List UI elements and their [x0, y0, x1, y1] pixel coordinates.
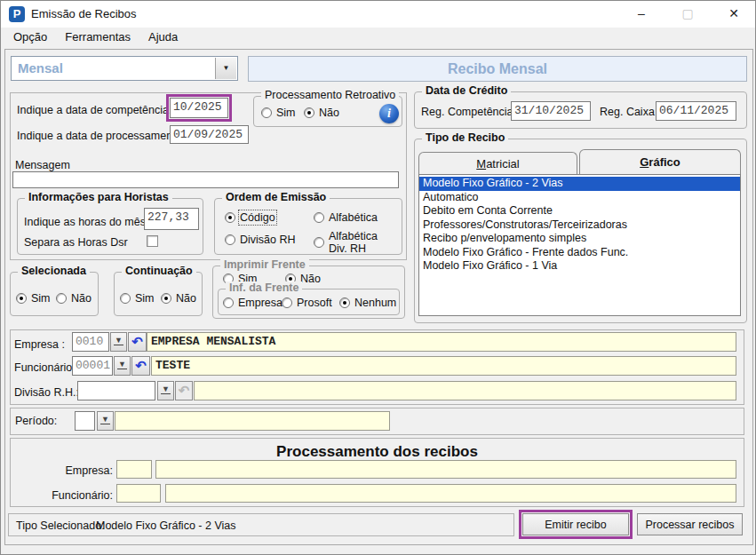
radio-label: Não — [71, 292, 92, 305]
empresa-undo-button[interactable]: ↶ — [128, 332, 147, 352]
divisao-undo-button[interactable]: ↶ — [175, 381, 193, 400]
continuacao-sim-radio[interactable]: Sim — [120, 292, 155, 305]
menu-ferramentas[interactable]: Ferramentas — [56, 28, 139, 49]
undo-icon: ↶ — [131, 334, 143, 350]
ordem-alfabetica-radio[interactable]: Alfabética — [314, 211, 378, 224]
dsr-label: Separa as Horas Dsr — [24, 236, 128, 249]
empresa-code-field[interactable]: 0010 — [72, 332, 109, 352]
radio-icon — [304, 107, 314, 118]
divisao-lookup-button[interactable]: ▼ — [157, 381, 174, 400]
radio-label: Nenhum — [354, 297, 396, 309]
dsr-checkbox[interactable] — [147, 235, 158, 247]
mensagem-label: Mensagem — [15, 159, 70, 171]
competencia-field[interactable]: 10/2025 — [170, 98, 228, 118]
proc-funcionario-name-field[interactable] — [165, 484, 736, 503]
retroativo-nao-radio[interactable]: Não — [304, 107, 339, 119]
undo-icon: ↶ — [179, 383, 190, 399]
retroativo-title: Processamento Retroativo — [261, 89, 399, 101]
title-bar: P Emissão de Recibos – ▢ ✕ — [1, 1, 755, 28]
proc-empresa-code-field[interactable] — [116, 460, 152, 479]
empresa-name-field[interactable]: EMPRESA MENSALISTA — [147, 332, 736, 352]
data-credito-title: Data de Crédito — [422, 84, 511, 97]
menu-opcao[interactable]: Opção — [4, 28, 56, 49]
selecionada-nao-radio[interactable]: Não — [56, 292, 92, 305]
funcionario-lookup-button[interactable]: ▼ — [114, 356, 131, 376]
tipo-folha-combobox[interactable]: Mensal ▼ — [11, 56, 238, 81]
info-icon[interactable]: i — [379, 104, 399, 123]
reg-competencia-label: Reg. Competência — [421, 106, 513, 118]
maximize-button[interactable]: ▢ — [672, 3, 703, 25]
close-button[interactable]: ✕ — [719, 3, 749, 25]
radio-label: Não — [300, 273, 321, 285]
reg-caixa-field[interactable]: 06/11/2025 — [656, 101, 736, 121]
inf-frente-prosoft-radio[interactable]: Prosoft — [282, 297, 332, 309]
funcionario-name-field[interactable]: TESTE — [151, 356, 736, 376]
periodo-name-field[interactable] — [115, 411, 390, 431]
reg-caixa-label: Reg. Caixa — [600, 106, 655, 118]
continuacao-nao-radio[interactable]: Não — [161, 292, 196, 305]
lookup-icon: ▼ — [161, 385, 171, 394]
close-icon: ✕ — [728, 6, 739, 20]
ordem-alfabetica-div-rh-radio[interactable]: AlfabéticaDiv. RH — [314, 230, 378, 255]
list-item[interactable]: Professores/Construtoras/Terceirizadoras — [419, 218, 740, 233]
radio-label: Sim — [31, 292, 51, 305]
processar-recibos-button[interactable]: Processar recibos — [637, 513, 743, 535]
retroativo-sim-radio[interactable]: Sim — [261, 107, 296, 119]
tipo-recibo-title: Tipo de Recibo — [422, 131, 508, 144]
list-item[interactable]: Modelo Fixo Gráfico - 2 Vias — [419, 177, 740, 191]
maximize-icon: ▢ — [681, 6, 693, 20]
radio-icon — [339, 297, 350, 308]
radio-icon — [261, 107, 272, 118]
emitir-recibo-button[interactable]: Emitir recibo — [522, 513, 629, 535]
radio-label: Sim — [276, 107, 296, 119]
inf-frente-empresa-radio[interactable]: Empresa — [223, 297, 283, 309]
status-box: Tipo Selecionado: Modelo Fixo Gráfico - … — [8, 513, 514, 536]
divisao-name-field[interactable] — [194, 381, 736, 400]
chevron-down-icon[interactable]: ▼ — [215, 58, 236, 79]
ordem-divisao-rh-radio[interactable]: Divisão RH — [225, 234, 296, 246]
selecionada-title: Selecionada — [18, 265, 90, 277]
radio-icon — [225, 212, 235, 223]
periodo-code-field[interactable] — [75, 411, 95, 431]
radio-icon — [223, 297, 234, 308]
funcionario-undo-button[interactable]: ↶ — [131, 356, 150, 376]
divisao-code-field[interactable] — [77, 381, 155, 400]
menu-ajuda[interactable]: Ajuda — [139, 28, 187, 49]
periodo-lookup-button[interactable]: ▼ — [97, 411, 114, 431]
horas-label: Indique as horas do mês — [24, 216, 146, 228]
mensagem-input[interactable] — [12, 171, 399, 188]
proc-funcionario-code-field[interactable] — [116, 484, 161, 503]
tab-grafico[interactable]: Gráfico — [579, 149, 741, 174]
radio-label: Não — [176, 292, 196, 305]
reg-competencia-field[interactable]: 31/10/2025 — [511, 101, 591, 121]
empresa-lookup-button[interactable]: ▼ — [110, 332, 127, 352]
periodo-label: Período: — [15, 415, 57, 427]
list-item[interactable]: Recibo p/envelopamento simples — [419, 232, 740, 246]
horas-field[interactable]: 227,33 — [144, 208, 199, 230]
radio-icon — [16, 293, 27, 304]
list-item[interactable]: Debito em Conta Corrente — [419, 204, 740, 218]
tab-matricial[interactable]: Matricial — [418, 152, 577, 174]
divisao-label: Divisão R.H.: — [14, 386, 79, 399]
emissao-recibos-window: P Emissão de Recibos – ▢ ✕ Opção Ferrame… — [0, 0, 756, 555]
selecionada-sim-radio[interactable]: Sim — [16, 292, 51, 305]
combobox-value: Mensal — [18, 60, 63, 75]
list-item[interactable]: Modelo Fixo Gráfico - Frente dados Func. — [419, 246, 740, 260]
proc-empresa-label: Empresa: — [36, 464, 113, 477]
inf-frente-nenhum-radio[interactable]: Nenhum — [339, 297, 396, 309]
menu-bar: Opção Ferramentas Ajuda — [1, 28, 755, 49]
lookup-icon: ▼ — [114, 337, 123, 345]
list-item[interactable]: Automatico — [419, 191, 740, 205]
processamento-field[interactable]: 01/09/2025 — [170, 125, 249, 144]
radio-label: Código — [240, 211, 275, 224]
proc-empresa-name-field[interactable] — [155, 460, 736, 479]
list-item[interactable]: Modelo Fixo Gráfico - 1 Via — [419, 259, 740, 274]
app-logo-icon: P — [9, 6, 25, 22]
ordem-codigo-radio[interactable]: Código — [225, 211, 275, 224]
minimize-button[interactable]: – — [626, 3, 657, 25]
undo-icon: ↶ — [135, 358, 147, 374]
proc-funcionario-label: Funcionário: — [36, 489, 113, 502]
horistas-title: Informações para Horistas — [25, 191, 172, 203]
funcionario-code-field[interactable]: 00001 — [72, 356, 113, 376]
empresa-label: Empresa : — [14, 338, 65, 351]
